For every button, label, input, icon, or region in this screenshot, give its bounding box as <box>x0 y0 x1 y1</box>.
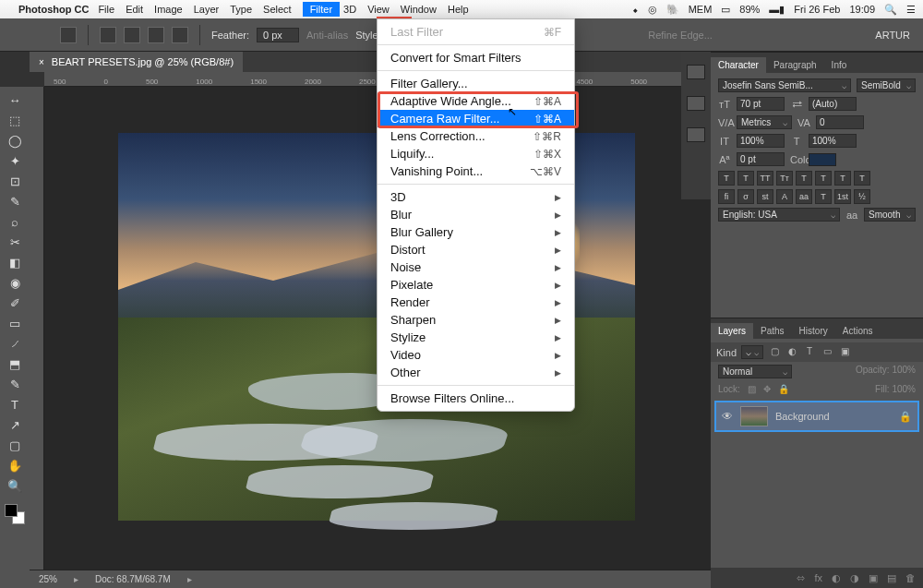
layer-thumbnail[interactable] <box>740 406 768 426</box>
titling-button[interactable]: T <box>815 189 832 204</box>
opacity-value[interactable]: 100% <box>892 365 916 375</box>
font-weight-select[interactable]: SemiBold <box>857 78 916 92</box>
filter-kind-select[interactable]: ⌵ <box>741 345 763 359</box>
color-swatches[interactable] <box>3 502 27 526</box>
blend-mode-select[interactable]: Normal <box>718 365 792 378</box>
document-tab[interactable]: × BEART PRESETS.jpg @ 25% (RGB/8#) <box>30 52 243 72</box>
filter-smart-icon[interactable]: ▣ <box>838 346 851 359</box>
menu-type[interactable]: Type <box>230 4 252 15</box>
history-brush-tool[interactable]: ◉ <box>3 273 27 292</box>
menu-window[interactable]: Window <box>401 4 437 15</box>
collapsed-panel-icon[interactable] <box>687 96 705 111</box>
gradient-tool[interactable]: ▭ <box>3 314 27 332</box>
intersect-selection-icon[interactable] <box>172 27 188 43</box>
new-selection-icon[interactable] <box>100 27 116 43</box>
doc-size[interactable]: Doc: 68.7M/68.7M <box>95 574 171 584</box>
menu-lens-correction[interactable]: Lens Correction...⇧⌘R <box>378 127 574 145</box>
tool-preset-icon[interactable] <box>60 27 77 43</box>
menu-3d[interactable]: 3D <box>378 188 574 206</box>
layer-name[interactable]: Background <box>775 411 830 422</box>
layer-row-background[interactable]: 👁 Background 🔒 <box>714 401 919 432</box>
allcaps-button[interactable]: TT <box>757 171 773 186</box>
lasso-tool[interactable]: ◯ <box>3 131 27 150</box>
swash-button[interactable]: A <box>776 189 793 204</box>
doc-arrow-icon[interactable]: ▸ <box>187 574 192 584</box>
leading-input[interactable]: (Auto) <box>809 97 857 111</box>
blur-tool[interactable]: ⟋ <box>3 334 27 353</box>
list-icon[interactable]: ☰ <box>906 4 916 16</box>
zoom-level[interactable]: 25% <box>39 574 57 584</box>
text-color-swatch[interactable] <box>809 153 836 166</box>
bold-button[interactable]: T <box>718 171 735 186</box>
menu-camera-raw[interactable]: Camera Raw Filter...⇧⌘A <box>378 110 574 127</box>
menu-adaptive-wide[interactable]: Adaptive Wide Angle...⇧⌘A <box>378 92 574 110</box>
superscript-button[interactable]: T <box>796 171 812 186</box>
underline-button[interactable]: T <box>834 171 851 186</box>
language-select[interactable]: English: USA <box>718 208 840 222</box>
subtract-selection-icon[interactable] <box>148 27 164 43</box>
zoom-arrow-icon[interactable]: ▸ <box>74 574 78 584</box>
filter-pixel-icon[interactable]: ▢ <box>768 346 781 359</box>
collapsed-panel-icon[interactable] <box>687 127 705 142</box>
collapsed-panel-icon[interactable] <box>687 65 705 79</box>
menu-video[interactable]: Video <box>378 346 574 364</box>
menu-noise[interactable]: Noise <box>378 258 574 276</box>
mem-icon[interactable]: MEM <box>689 4 713 15</box>
shape-tool[interactable]: ▢ <box>3 436 27 454</box>
feather-input[interactable]: 0 px <box>257 28 299 42</box>
menu-browse-filters[interactable]: Browse Filters Online... <box>378 390 574 407</box>
path-select-tool[interactable]: ↗ <box>3 415 27 434</box>
dodge-tool[interactable]: ⬒ <box>3 354 27 373</box>
layer-mask-icon[interactable]: ◐ <box>832 572 841 584</box>
tab-paths[interactable]: Paths <box>753 323 792 339</box>
quick-select-tool[interactable]: ✦ <box>3 151 27 170</box>
menu-help[interactable]: Help <box>448 4 469 15</box>
visibility-icon[interactable]: 👁 <box>722 410 733 423</box>
ordinals-button[interactable]: 1st <box>834 189 851 204</box>
lock-icon[interactable]: 🔒 <box>899 411 912 423</box>
move-tool[interactable]: ↔ <box>3 90 27 109</box>
menu-file[interactable]: File <box>98 4 114 15</box>
contextual-button[interactable]: σ <box>737 189 754 204</box>
menu-pixelate[interactable]: Pixelate <box>378 276 574 294</box>
spotlight-icon[interactable]: 🔍 <box>884 4 897 16</box>
strikethrough-button[interactable]: T <box>854 171 870 186</box>
tab-paragraph[interactable]: Paragraph <box>766 57 824 73</box>
menu-layer[interactable]: Layer <box>194 4 220 15</box>
menu-liquify[interactable]: Liquify...⇧⌘X <box>378 145 574 162</box>
menu-render[interactable]: Render <box>378 294 574 311</box>
pen-tool[interactable]: ✎ <box>3 375 27 393</box>
tab-layers[interactable]: Layers <box>711 323 753 339</box>
menu-vanishing-point[interactable]: Vanishing Point...⌥⌘V <box>378 162 574 180</box>
menu-filter[interactable]: Filter <box>303 2 340 17</box>
tracking-input[interactable]: 0 <box>816 115 864 129</box>
battery-icon[interactable]: ▬▮ <box>769 4 785 16</box>
brush-tool[interactable]: ✂ <box>3 233 27 251</box>
hscale-input[interactable]: 100% <box>809 134 857 148</box>
baseline-input[interactable]: 0 pt <box>737 152 785 166</box>
ligatures-button[interactable]: fi <box>718 189 735 204</box>
stamp-tool[interactable]: ◧ <box>3 253 27 271</box>
hand-tool[interactable]: ✋ <box>3 456 27 474</box>
menu-image[interactable]: Image <box>154 4 183 15</box>
font-family-select[interactable]: Josefin Sans SemiB... <box>718 78 851 92</box>
foreground-color-swatch[interactable] <box>5 504 18 517</box>
tab-character[interactable]: Character <box>711 57 766 73</box>
new-layer-icon[interactable]: ▤ <box>887 572 896 584</box>
lock-pixels-icon[interactable]: ▨ <box>748 384 756 394</box>
anti-alias-checkbox[interactable]: Anti-alias <box>306 30 348 41</box>
menu-distort[interactable]: Distort <box>378 241 574 258</box>
menu-blur-gallery[interactable]: Blur Gallery <box>378 223 574 241</box>
kerning-select[interactable]: Metrics <box>737 115 792 129</box>
display-icon[interactable]: ▭ <box>721 4 730 16</box>
delete-layer-icon[interactable]: 🗑 <box>905 572 916 583</box>
app-name[interactable]: Photoshop CC <box>18 4 89 15</box>
marquee-tool[interactable]: ⬚ <box>3 111 27 129</box>
lock-all-icon[interactable]: 🔒 <box>778 384 789 394</box>
tab-info[interactable]: Info <box>824 57 855 73</box>
menu-convert-smart[interactable]: Convert for Smart Filters <box>378 49 574 66</box>
adjustment-layer-icon[interactable]: ◑ <box>850 572 859 584</box>
lock-position-icon[interactable]: ✥ <box>763 384 771 394</box>
italic-button[interactable]: T <box>737 171 754 186</box>
filter-adjust-icon[interactable]: ◐ <box>785 346 798 359</box>
